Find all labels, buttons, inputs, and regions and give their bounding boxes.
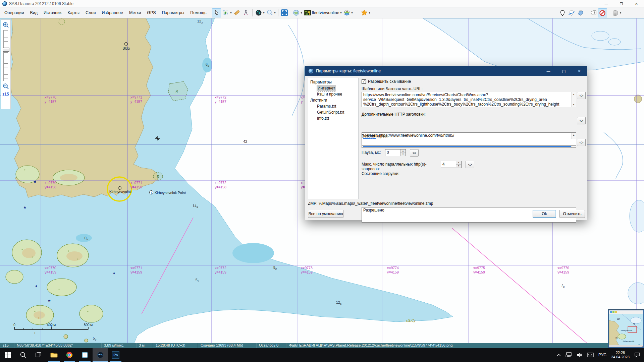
search-button[interactable] — [265, 8, 274, 17]
dialog-close-button[interactable]: ✕ — [572, 66, 587, 76]
menu-item-4[interactable]: Слои — [83, 7, 99, 18]
select-tool-button[interactable] — [212, 8, 221, 17]
notifications-icon[interactable] — [632, 348, 643, 362]
scrollbar[interactable]: ▲▼ — [571, 92, 576, 107]
chevron-down-icon[interactable]: ▾ — [620, 11, 621, 14]
version-script-button[interactable]: <> — [577, 139, 586, 146]
menu-item-9[interactable]: Помощь — [187, 7, 209, 18]
maximize-button[interactable]: ❐ — [614, 0, 629, 7]
chevron-down-icon[interactable]: ▾ — [274, 11, 276, 14]
zoom-slider-handle[interactable] — [3, 48, 9, 52]
cancel-button[interactable]: Отменить — [559, 210, 585, 218]
chevron-down-icon[interactable]: ▾ — [263, 11, 265, 14]
tree-item-листинги[interactable]: Листинги — [308, 97, 359, 103]
menu-item-0[interactable]: Операции — [1, 7, 27, 18]
spin-down-icon[interactable]: ▼ — [456, 165, 461, 168]
menu-item-7[interactable]: GPS — [144, 7, 159, 18]
version-input[interactable] — [362, 139, 576, 146]
tree-item-параметры[interactable]: Параметры — [308, 79, 359, 85]
minimap-label: 86 — [615, 337, 618, 339]
menu-item-3[interactable]: Карты — [64, 7, 83, 18]
photoshop-icon[interactable]: Ps — [108, 348, 123, 362]
tray-expand-icon[interactable] — [554, 348, 563, 362]
taskbar-clock[interactable]: 22:28 24.04.2023 — [609, 348, 632, 362]
night-globe-button[interactable] — [254, 8, 263, 17]
dialog-maximize-button[interactable]: ▢ — [556, 66, 572, 76]
placemark-manager-button[interactable] — [589, 8, 598, 17]
zoom-in-button[interactable] — [2, 21, 10, 29]
touch-keyboard-icon[interactable] — [585, 348, 596, 362]
pause-spinner[interactable]: 0 ▲▼ — [385, 149, 406, 156]
sas-planet-taskbar-icon[interactable] — [93, 348, 108, 362]
favorites-star-button[interactable] — [360, 8, 369, 17]
chrome-icon[interactable] — [62, 348, 77, 362]
menu-item-2[interactable]: Источник — [41, 7, 64, 18]
url-script-button[interactable]: <> — [577, 92, 586, 99]
zoom-out-button[interactable] — [2, 82, 10, 90]
scroll-up-icon[interactable]: ▲ — [572, 92, 576, 97]
defaults-button[interactable]: Все по умолчанию — [308, 210, 343, 218]
tree-item-params-txt[interactable]: Params.txt — [308, 103, 359, 109]
max-requests-value: 4 — [442, 162, 445, 167]
menu-item-1[interactable]: Вид — [27, 7, 41, 18]
minimize-button[interactable]: — — [599, 0, 614, 7]
tree-item-info-txt[interactable]: Info.txt — [308, 115, 359, 121]
dialog-titlebar[interactable]: Параметры карты: fleetviewonline — ▢ ✕ — [305, 66, 587, 76]
headers-script-button[interactable]: <> — [577, 117, 586, 124]
chevron-down-icon[interactable]: ▾ — [301, 11, 302, 14]
allow-download-checkbox[interactable]: ✓ — [362, 79, 366, 84]
chevron-down-icon[interactable]: ▾ — [369, 11, 370, 14]
tile-label: y=4157 — [130, 100, 142, 104]
tree-item-кэш-и-прочее[interactable]: Кэш и прочее — [308, 91, 359, 97]
spin-down-icon[interactable]: ▼ — [400, 153, 406, 156]
fullscreen-button[interactable] — [280, 8, 289, 17]
ok-button[interactable]: Ok — [533, 210, 556, 218]
max-requests-spinner[interactable]: 4 ▲▼ — [441, 161, 462, 168]
add-path-button[interactable] — [567, 8, 576, 17]
current-map-label[interactable]: fleetviewonline — [312, 10, 339, 15]
notes-app-icon[interactable] — [77, 348, 93, 362]
file-explorer-icon[interactable] — [46, 348, 62, 362]
dialog-minimize-button[interactable]: — — [541, 66, 556, 76]
system-tray: РУС 22:28 24.04.2023 — [554, 348, 643, 362]
menu-item-6[interactable]: Метки — [126, 7, 144, 18]
settings-tree[interactable]: ПараметрыИнтернетКэш и прочееЛистингиPar… — [308, 78, 359, 199]
cache-database-button[interactable] — [611, 8, 620, 17]
volume-icon[interactable] — [574, 348, 585, 362]
task-view-button[interactable] — [31, 348, 46, 362]
close-button[interactable]: ✕ — [629, 0, 644, 7]
overview-minimap[interactable]: 12741Kirbeynavolok86Kirbeynavolok1610 — [608, 310, 644, 348]
rock-cross-symbol: + — [34, 330, 36, 336]
basemap-globe-button[interactable] — [292, 8, 301, 17]
divider-tool-button[interactable] — [241, 8, 251, 17]
taskbar-search-button[interactable] — [15, 348, 31, 362]
tile-label: y=4157 — [215, 100, 226, 104]
menu-item-5[interactable]: Избранное — [99, 7, 126, 18]
add-placemark-button[interactable] — [558, 8, 567, 17]
language-indicator[interactable]: РУС — [596, 348, 609, 362]
tree-item-интернет[interactable]: Интернет — [308, 85, 359, 91]
pause-script-button[interactable]: <> — [410, 149, 419, 157]
network-icon[interactable] — [563, 348, 574, 362]
start-button[interactable] — [0, 348, 15, 362]
spin-up-icon[interactable]: ▲ — [400, 149, 406, 153]
place-label: Kirbeynavolok Point — [155, 191, 186, 195]
ruler-tool-button[interactable] — [232, 8, 241, 17]
chevron-down-icon[interactable]: ▾ — [352, 11, 353, 14]
add-polygon-button[interactable] — [576, 8, 585, 17]
deeper-shallow-patch — [232, 243, 274, 263]
max-script-button[interactable]: <> — [466, 161, 474, 168]
chevron-down-icon[interactable]: ▾ — [230, 11, 231, 14]
depth-sounding: 42 — [243, 139, 247, 143]
hide-marks-button[interactable] — [598, 8, 607, 17]
menu-item-8[interactable]: Параметры — [159, 7, 187, 18]
selection-manager-button[interactable] — [221, 8, 230, 17]
zoom-slider[interactable] — [3, 30, 8, 81]
scale-bar-label: 800 м — [84, 323, 93, 327]
url-template-field[interactable]: https://www.fleetviewonline.com/fvo/Serv… — [362, 92, 576, 107]
tree-item-geturlscript-txt[interactable]: GetUrlScript.txt — [308, 109, 359, 115]
layers-button[interactable] — [342, 8, 352, 17]
chevron-down-icon[interactable]: ▾ — [340, 11, 342, 14]
scroll-down-icon[interactable]: ▼ — [572, 102, 576, 107]
spin-up-icon[interactable]: ▲ — [456, 161, 461, 165]
